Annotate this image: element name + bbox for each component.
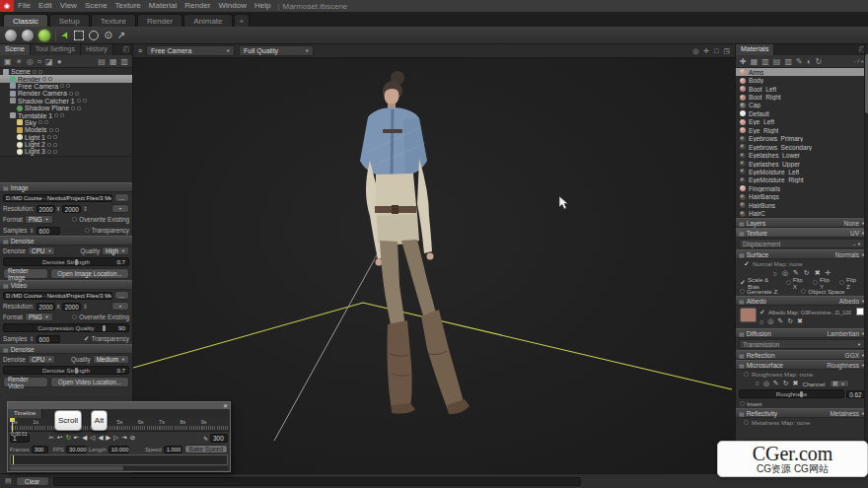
- reflectivity-value-dropdown[interactable]: Metalness▼: [830, 410, 865, 417]
- image-transparency-checkbox[interactable]: [85, 228, 90, 233]
- open-image-location-button[interactable]: Open Image Location...: [50, 268, 129, 279]
- image-res-height-field[interactable]: 2000: [62, 205, 81, 213]
- tab-history[interactable]: History: [81, 44, 113, 55]
- render-video-button[interactable]: Render Video: [3, 377, 48, 387]
- lock-icon[interactable]: [54, 113, 58, 117]
- video-output-button[interactable]: ▾: [111, 302, 129, 311]
- turntable-icon[interactable]: ◎: [27, 57, 34, 66]
- video-denoise-strength-slider[interactable]: Denoise Strength 0.7: [3, 366, 129, 375]
- lasso-select-icon[interactable]: ⊙: [104, 30, 111, 40]
- object-icon[interactable]: ●: [57, 57, 62, 66]
- diffusion-value-dropdown[interactable]: Lambertian▼: [828, 330, 866, 337]
- checkbox-object-space[interactable]: [801, 289, 806, 294]
- scene-tree-item[interactable]: Shadow Plane: [0, 105, 132, 111]
- roughness-map-checkbox[interactable]: [744, 372, 749, 377]
- circle-icon[interactable]: ○: [760, 318, 763, 325]
- video-transparency-checkbox[interactable]: ✓: [84, 336, 90, 341]
- menu-item-scene[interactable]: Scene: [81, 0, 111, 12]
- image-format-dropdown[interactable]: PNG▼: [25, 215, 53, 224]
- albedo-map-checkbox[interactable]: ✓: [760, 310, 765, 314]
- checkbox-flip-z[interactable]: [839, 280, 844, 285]
- roughness-value-field[interactable]: 0.62: [846, 390, 865, 398]
- delete-icon[interactable]: ▥: [120, 57, 128, 66]
- materials-panel-scrollbar[interactable]: [864, 44, 868, 488]
- material-item[interactable]: Default: [736, 109, 868, 117]
- bake-speed-button[interactable]: Bake Speed: [184, 445, 228, 453]
- image-denoise-header[interactable]: ▤ Denoise: [0, 236, 132, 245]
- image-samples-field[interactable]: 600: [36, 227, 60, 235]
- material-item[interactable]: Boot_Left: [736, 85, 868, 93]
- channel-dropdown[interactable]: R▼: [830, 380, 849, 387]
- circle-icon[interactable]: ○: [755, 380, 759, 387]
- image-section-header[interactable]: ▤ Image: [0, 182, 132, 192]
- scene-tree-item[interactable]: Light 3: [0, 148, 132, 155]
- jump-end-icon[interactable]: ⇥: [120, 434, 128, 442]
- video-samples-field[interactable]: 600: [36, 335, 60, 343]
- duplicate-icon[interactable]: ▦: [109, 57, 117, 66]
- undo-icon[interactable]: ↩: [55, 434, 63, 442]
- popout-icon[interactable]: ◳: [723, 47, 730, 55]
- lock-icon[interactable]: [47, 143, 51, 147]
- app-logo-icon[interactable]: ◉: [0, 0, 14, 12]
- inspect-icon[interactable]: ◎: [782, 269, 788, 277]
- reflectivity-header[interactable]: ▤ Reflectivity Metalness▼: [736, 408, 868, 418]
- video-res-width-field[interactable]: 2000: [36, 303, 55, 311]
- frame-icon[interactable]: □: [714, 47, 718, 55]
- speed-field[interactable]: 1.000: [164, 446, 182, 453]
- video-section-header[interactable]: ▤ Video: [0, 280, 132, 290]
- menu-item-file[interactable]: File: [14, 0, 35, 12]
- roughness-invert-checkbox[interactable]: [740, 401, 745, 406]
- material-sphere-icon[interactable]: [5, 30, 17, 41]
- timeline-track[interactable]: [10, 454, 228, 465]
- lock-icon[interactable]: [47, 135, 51, 139]
- popout-icon[interactable]: ◰: [119, 44, 132, 55]
- transform-arrow-icon[interactable]: ↗: [117, 30, 125, 40]
- close-icon[interactable]: ✕: [223, 403, 230, 409]
- material-item[interactable]: Fingernails: [736, 184, 868, 192]
- image-browse-button[interactable]: ...: [114, 193, 129, 202]
- surface-value-dropdown[interactable]: Normals▼: [835, 251, 865, 258]
- tab-tool-settings[interactable]: Tool Settings: [31, 44, 81, 55]
- clear-icon[interactable]: ✖: [793, 380, 799, 387]
- play-icon[interactable]: ▶: [105, 434, 112, 442]
- material-item[interactable]: Eyelashes_Upper: [736, 160, 868, 168]
- material-sphere-active-icon[interactable]: [38, 30, 50, 41]
- target-icon[interactable]: ◎: [692, 47, 698, 55]
- surface-header[interactable]: ▤ Surface Normals▼: [736, 249, 868, 259]
- video-res-stepper[interactable]: ⇕: [83, 303, 88, 310]
- reflection-value-dropdown[interactable]: GGX▼: [845, 352, 865, 359]
- material-item[interactable]: Eye_Left: [736, 118, 868, 126]
- texture-value-dropdown[interactable]: UV▼: [850, 230, 865, 237]
- visibility-icon[interactable]: [66, 84, 70, 88]
- marquee-select-icon[interactable]: [74, 31, 84, 40]
- material-item[interactable]: Eyelashes_Lower: [736, 151, 868, 159]
- workspace-tab-animate[interactable]: Animate: [183, 14, 232, 27]
- material-item[interactable]: HairBuns: [736, 201, 868, 209]
- loop-icon[interactable]: ↻: [64, 434, 72, 442]
- pen-icon[interactable]: ✎: [203, 435, 208, 442]
- timeline-hscrollbar[interactable]: [10, 466, 228, 470]
- material-item[interactable]: Body: [736, 76, 868, 84]
- albedo-color-swatch[interactable]: [856, 308, 864, 315]
- material-sphere2-icon[interactable]: [22, 30, 34, 41]
- image-path-field[interactable]: D:/MD Course - Nexttut/Project Files/3 M…: [3, 194, 112, 202]
- fog-icon[interactable]: ≈: [37, 57, 41, 66]
- material-item[interactable]: Boot_Right: [736, 93, 868, 101]
- visibility-icon[interactable]: [48, 77, 52, 81]
- mute-icon[interactable]: ⊘: [128, 434, 136, 442]
- clear-icon[interactable]: ✖: [797, 317, 803, 325]
- microsurface-header[interactable]: ▤ Microsurface Roughness▼: [736, 360, 868, 370]
- scene-tree-item[interactable]: Models: [0, 126, 132, 133]
- metalness-map-checkbox[interactable]: [744, 420, 749, 425]
- albedo-map-thumbnail[interactable]: [740, 308, 757, 322]
- add-icon[interactable]: ✚: [740, 57, 747, 66]
- reflection-header[interactable]: ▤ Reflection GGX▼: [736, 350, 868, 360]
- material-item[interactable]: EyeMoisture_Right: [736, 176, 868, 184]
- frames-field[interactable]: 300: [32, 446, 48, 453]
- video-compression-slider[interactable]: Compression Quality 90: [3, 323, 129, 332]
- visibility-icon[interactable]: [44, 120, 48, 124]
- material-item[interactable]: Eyebrows_Secondary: [736, 143, 868, 151]
- scene-tree-item[interactable]: Turntable 1: [0, 111, 132, 118]
- inspect-icon[interactable]: ◎: [763, 380, 769, 387]
- folder-icon[interactable]: ▤: [98, 57, 106, 66]
